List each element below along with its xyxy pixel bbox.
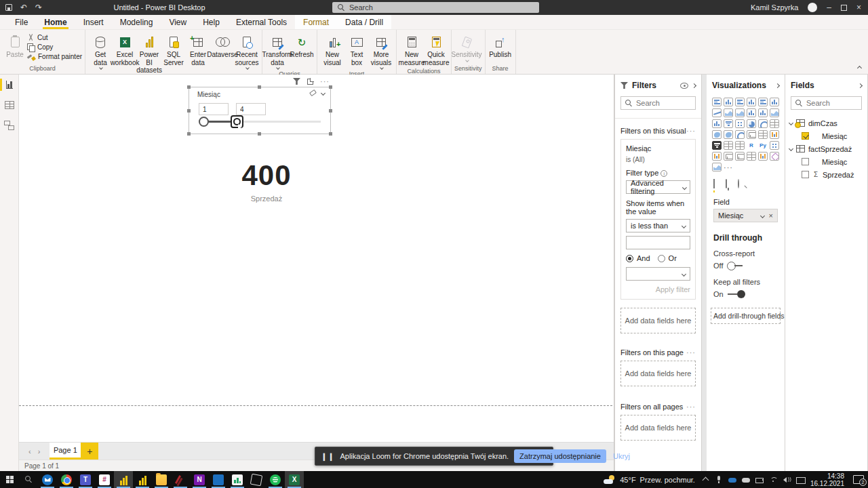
taskbar-teams[interactable]: T — [76, 471, 95, 488]
viz-icon-stacked-column-chart[interactable] — [724, 98, 733, 106]
and-radio[interactable] — [626, 255, 633, 262]
user-name[interactable]: Kamil Szpyrka — [751, 3, 798, 12]
next-page-icon[interactable]: › — [38, 447, 41, 455]
filter-card-miesiac[interactable]: Miesiąc is (All) Filter typei Advanced f… — [620, 139, 696, 300]
keyboard-icon[interactable] — [796, 476, 804, 483]
microphone-icon[interactable] — [715, 476, 723, 483]
tab-fields-well[interactable] — [713, 180, 715, 192]
field-well-miesiac[interactable]: Miesiąc × — [713, 209, 778, 222]
tab-external-tools[interactable]: External Tools — [228, 15, 295, 29]
resize-handle[interactable] — [329, 109, 332, 113]
checkbox-unchecked[interactable] — [802, 158, 809, 165]
slicer-max-input[interactable] — [236, 103, 266, 115]
or-radio[interactable] — [658, 255, 665, 262]
model-view-button[interactable] — [3, 119, 16, 131]
page-tab[interactable]: Page 1 — [50, 443, 81, 460]
tab-data-drill[interactable]: Data / Drill — [337, 15, 391, 29]
format-painter-button[interactable]: Format painter — [27, 53, 82, 60]
wifi-icon[interactable] — [769, 476, 777, 483]
taskbar-snip-tool[interactable] — [209, 471, 228, 488]
add-data-fields-all[interactable]: Add data fields here — [620, 415, 696, 441]
more-options-icon[interactable]: ··· — [320, 77, 330, 85]
save-icon[interactable] — [5, 4, 12, 11]
expand-icon[interactable] — [789, 146, 793, 151]
field-factsprzedaz-miesiac[interactable]: Miesiąc — [789, 155, 863, 168]
tab-home[interactable]: Home — [36, 15, 75, 29]
prev-page-icon[interactable]: ‹ — [28, 447, 31, 455]
tab-view[interactable]: View — [161, 15, 195, 29]
taskbar-power-bi[interactable] — [133, 471, 152, 488]
clock[interactable]: 14:38 16.12.2021 — [810, 472, 844, 487]
viz-icon-map[interactable] — [712, 130, 722, 139]
card-visual[interactable]: 400 Sprzedaż — [209, 159, 324, 203]
redo-icon[interactable]: ↷ — [35, 3, 42, 12]
chevron-down-icon[interactable] — [321, 90, 326, 95]
tab-help[interactable]: Help — [195, 15, 228, 29]
tab-format[interactable] — [726, 180, 727, 192]
avatar[interactable] — [808, 3, 817, 12]
condition-dropdown[interactable]: is less than — [626, 219, 690, 232]
viz-icon-key-influencers[interactable] — [770, 141, 779, 150]
filters-search[interactable] — [620, 96, 696, 110]
undo-icon[interactable]: ↶ — [20, 3, 27, 12]
viz-icon-python[interactable]: Py — [758, 141, 768, 150]
taskbar-spotify[interactable] — [266, 471, 285, 488]
keep-all-filters-toggle[interactable] — [728, 290, 745, 298]
publish-button[interactable]: Publish — [488, 31, 513, 59]
viz-icon-decomposition-tree[interactable] — [770, 152, 779, 161]
slicer-min-input[interactable] — [199, 103, 229, 115]
add-page-button[interactable]: + — [81, 443, 98, 460]
onedrive-icon[interactable] — [728, 476, 736, 483]
viz-icon-multi-row-card[interactable] — [758, 130, 768, 139]
tab-modeling[interactable]: Modeling — [112, 15, 161, 29]
tab-file[interactable]: File — [7, 15, 36, 29]
viz-icon-power-automate[interactable] — [758, 152, 768, 161]
taskbar-green-doc[interactable] — [228, 471, 247, 488]
viz-icon-stacked-bar-chart[interactable] — [712, 98, 722, 106]
taskbar-report-builder[interactable] — [171, 471, 190, 488]
close-button[interactable]: × — [856, 3, 861, 12]
condition-value-input[interactable] — [626, 236, 690, 249]
resize-handle[interactable] — [187, 132, 191, 136]
tab-insert[interactable]: Insert — [75, 15, 112, 29]
fields-search-input[interactable] — [806, 99, 857, 107]
viz-icon-q-and-a[interactable] — [724, 152, 733, 161]
viz-icon-pie-chart[interactable] — [747, 119, 756, 128]
viz-icon-scatter-chart[interactable] — [735, 119, 745, 128]
tab-format[interactable]: Format — [295, 15, 337, 29]
taskbar-file-explorer[interactable] — [152, 471, 171, 488]
restore-button[interactable] — [841, 5, 847, 11]
filter-icon[interactable] — [293, 78, 300, 85]
recent-sources-button[interactable]: Recent sources — [235, 31, 259, 69]
enter-data-button[interactable]: Enter data — [186, 31, 210, 66]
volume-icon[interactable] — [783, 476, 791, 483]
text-box-button[interactable]: A Text box — [344, 31, 369, 66]
viz-icon-ribbon-chart[interactable] — [770, 108, 779, 117]
viz-icon-matrix[interactable] — [735, 141, 745, 150]
battery-icon[interactable] — [755, 476, 764, 483]
sql-server-button[interactable]: SQL Server — [161, 31, 186, 66]
checkbox-unchecked[interactable] — [802, 171, 809, 178]
viz-icon-clustered-bar-chart[interactable] — [735, 98, 745, 106]
ribbon-collapse-icon[interactable] — [857, 66, 862, 70]
viz-icon-treemap[interactable] — [770, 119, 779, 128]
add-data-fields-page[interactable]: Add data fields here — [620, 361, 696, 386]
focus-mode-icon[interactable] — [307, 79, 313, 85]
second-condition-dropdown[interactable] — [626, 267, 690, 281]
viz-icon-waterfall-chart[interactable] — [712, 119, 722, 128]
field-factsprzedaz-sprzedaz[interactable]: Σ Sprzedaż — [789, 168, 863, 181]
viz-icon-power-apps[interactable] — [712, 152, 722, 161]
more-options-icon[interactable]: ··· — [686, 127, 696, 135]
checkbox-checked[interactable] — [802, 132, 809, 140]
report-canvas[interactable]: ··· Miesiąc — [19, 75, 614, 442]
viz-icon-slicer-selected[interactable] — [712, 141, 722, 150]
slider-handle-max[interactable] — [231, 115, 243, 128]
taskbar-chrome[interactable] — [57, 471, 76, 488]
excel-workbook-button[interactable]: X Excel workbook — [113, 31, 137, 66]
viz-icon-clustered-column-chart[interactable] — [747, 98, 756, 106]
fields-search[interactable] — [791, 96, 862, 110]
new-measure-button[interactable]: New measure — [399, 31, 424, 66]
resize-handle[interactable] — [258, 132, 261, 136]
refresh-button[interactable]: ↻ Refresh — [290, 31, 314, 59]
add-drill-through-fields[interactable]: Add drill-through fields here — [711, 308, 781, 324]
